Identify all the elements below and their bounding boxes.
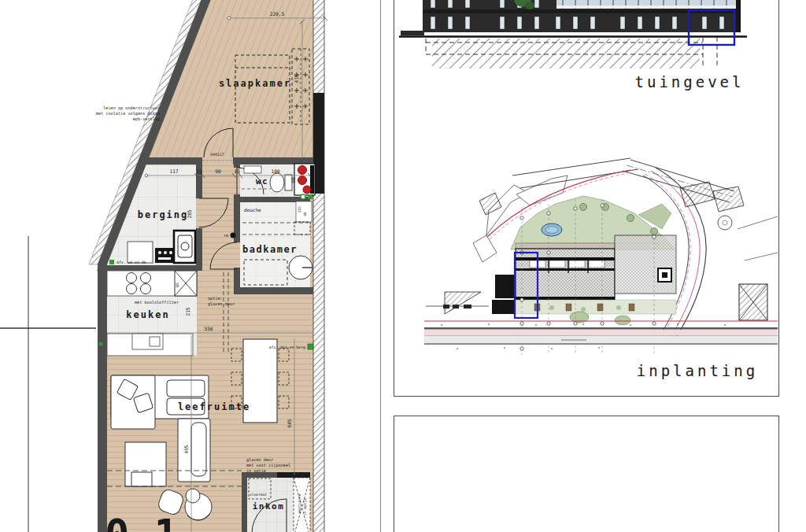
svg-text:optie:: optie: (208, 296, 223, 301)
svg-text:leien op onderstructuur: leien op onderstructuur (103, 105, 160, 111)
svg-text:117: 117 (169, 168, 178, 174)
svg-text:glazen deur: glazen deur (208, 301, 235, 307)
svg-text:90: 90 (290, 177, 296, 183)
drain-symbol (109, 260, 114, 264)
room-label-keuken: keuken (126, 309, 169, 320)
svg-text:40: 40 (303, 212, 307, 216)
svg-text:in optie: in optie (246, 468, 266, 474)
exterior-wall-right (313, 0, 324, 532)
toilet (270, 173, 292, 192)
drain-symbol (308, 194, 312, 199)
washing-machine (174, 231, 195, 263)
kitchen-island (107, 334, 193, 356)
svg-text:15: 15 (196, 168, 202, 174)
svg-text:225: 225 (298, 206, 301, 212)
smoke-detector (231, 233, 236, 238)
svg-text:265: 265 (187, 209, 192, 218)
svg-text:415: 415 (294, 74, 299, 83)
floor-plan: slaapkamer berging wc douche badkamer ke… (0, 0, 391, 532)
room-label-badkamer: badkamer (242, 244, 298, 255)
svg-text:in optie: in optie (303, 498, 307, 515)
drain-symbol (301, 194, 305, 199)
svg-text:90X217: 90X217 (210, 153, 224, 157)
room-label-leefruimte: leefruimte (178, 401, 250, 412)
sheet-divider (380, 0, 381, 532)
unit-number: 0.1 (105, 511, 179, 532)
svg-text:met isolatie volgens dikte: met isolatie volgens dikte (96, 111, 160, 116)
dryer (155, 248, 174, 263)
heating-unit (294, 164, 315, 195)
room-label-inkom: inkom (253, 501, 285, 512)
elevation-drawing: tuingevel (399, 0, 747, 91)
drawing-sheet: slaapkamer berging wc douche badkamer ke… (0, 0, 806, 532)
svg-text:645: 645 (287, 419, 292, 427)
site-plan-drawing: inplanting (424, 158, 778, 379)
svg-text:180: 180 (271, 168, 279, 174)
room-label-wc: wc (256, 176, 268, 187)
site-plan-label: inplanting (637, 362, 758, 379)
room-label-douche: douche (244, 207, 261, 212)
svg-text:rm: rm (224, 233, 228, 238)
plant (525, 2, 534, 9)
room-label-slaapkamer: slaapkamer (219, 78, 291, 89)
elevation-label: tuingevel (635, 73, 745, 91)
elevation-site-panel: tuingevel (394, 0, 779, 397)
svg-text:epb-verslag: epb-verslag (133, 116, 160, 122)
svg-text:15: 15 (234, 168, 240, 174)
svg-text:vloermat: vloermat (250, 493, 267, 497)
svg-text:vestiaire: vestiaire (298, 493, 301, 513)
svg-text:met vast zijpaneel: met vast zijpaneel (246, 463, 290, 468)
svg-text:90: 90 (215, 168, 221, 174)
drain-symbol (99, 342, 103, 346)
kitchen-counter (107, 271, 197, 296)
drain-symbol (308, 344, 313, 349)
svg-text:220,5: 220,5 (270, 11, 285, 17)
elevation-and-site-svg: tuingevel (394, 0, 778, 395)
room-label-berging: berging (138, 209, 189, 220)
svg-text:glazen deur: glazen deur (246, 457, 273, 463)
svg-text:550: 550 (204, 326, 213, 331)
svg-text:215: 215 (185, 307, 190, 316)
empty-panel (394, 416, 779, 532)
svg-text:afv. wm en dk: afv. wm en dk (116, 260, 146, 264)
svg-text:495: 495 (183, 445, 189, 453)
exterior-wall-left (98, 264, 107, 532)
wc-shelf (244, 166, 261, 173)
svg-text:met koolstoffilter: met koolstoffilter (135, 300, 179, 305)
svg-text:65: 65 (175, 283, 179, 287)
boiler (128, 242, 153, 263)
tv-cabinet (125, 442, 166, 486)
